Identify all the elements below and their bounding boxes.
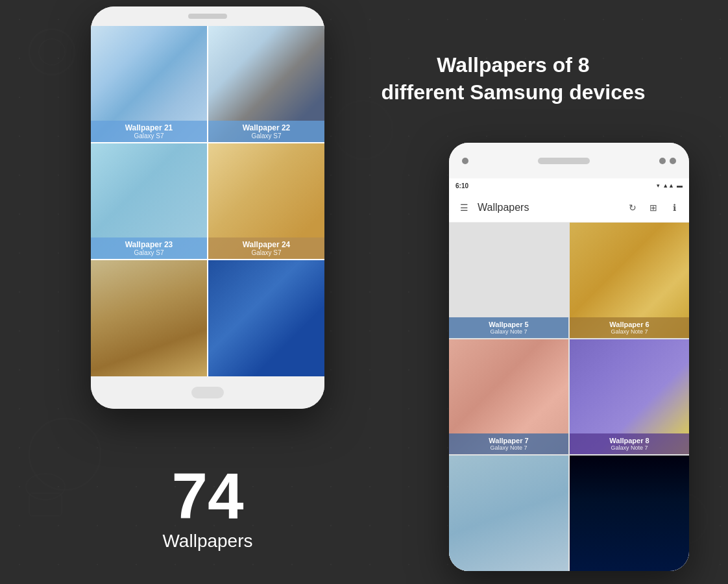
wallpaper-cell-21[interactable]: Wallpaper 21 Galaxy S7 xyxy=(91,26,207,142)
wallpaper-grid: Wallpaper 5 Galaxy Note 7 Wallpaper 6 Ga… xyxy=(449,223,689,571)
toolbar-title: Wallpapers xyxy=(478,202,619,213)
wallpaper-name-22: Wallpaper 22 xyxy=(212,123,321,132)
right-wp-name-8: Wallpaper 8 xyxy=(575,437,684,444)
phone-top-bar xyxy=(91,6,324,26)
right-cell-wp6[interactable]: Wallpaper 6 Galaxy Note 7 xyxy=(570,223,689,338)
right-overlay-5: Wallpaper 5 Galaxy Note 7 xyxy=(449,317,568,338)
wallpaper-device-24: Galaxy S7 xyxy=(212,249,321,256)
cell-overlay-23: Wallpaper 23 Galaxy S7 xyxy=(91,237,207,259)
wallpaper-device-23: Galaxy S7 xyxy=(95,249,203,256)
home-button xyxy=(191,387,224,398)
right-overlay-6: Wallpaper 6 Galaxy Note 7 xyxy=(570,317,689,338)
right-cell-wp9[interactable] xyxy=(449,456,568,571)
signal-icon: ▲▲ xyxy=(662,182,674,189)
right-phone-screen: 6:10 ▾ ▲▲ ▬ ☰ Wallpapers ↻ ⊞ ℹ Wallpaper… xyxy=(449,178,689,571)
stat-label: Wallpapers xyxy=(91,531,324,552)
cell-overlay-22: Wallpaper 22 Galaxy S7 xyxy=(208,121,324,142)
cell-overlay-21: Wallpaper 21 Galaxy S7 xyxy=(91,121,207,142)
wallpaper-device-22: Galaxy S7 xyxy=(212,132,321,140)
status-time: 6:10 xyxy=(455,182,468,189)
right-wp-device-8: Galaxy Note 7 xyxy=(575,444,684,451)
right-overlay-8: Wallpaper 8 Galaxy Note 7 xyxy=(570,433,689,454)
wallpaper-cell-26[interactable] xyxy=(208,260,324,376)
right-cell-wp5[interactable]: Wallpaper 5 Galaxy Note 7 xyxy=(449,223,568,338)
right-wp-device-7: Galaxy Note 7 xyxy=(454,444,563,451)
camera-dots-group xyxy=(659,158,676,164)
grid-icon[interactable]: ⊞ xyxy=(646,201,661,215)
status-bar: 6:10 ▾ ▲▲ ▬ xyxy=(449,178,689,193)
right-wp-name-7: Wallpaper 7 xyxy=(454,437,563,444)
wifi-icon: ▾ xyxy=(657,182,660,189)
wallpaper-cell-25[interactable] xyxy=(91,260,207,376)
right-overlay-7: Wallpaper 7 Galaxy Note 7 xyxy=(449,433,568,454)
wallpaper-device-21: Galaxy S7 xyxy=(95,132,203,140)
right-phone-top-bar xyxy=(449,143,689,178)
cell-overlay-24: Wallpaper 24 Galaxy S7 xyxy=(208,237,324,259)
phone-speaker xyxy=(188,14,227,19)
right-cell-wp8[interactable]: Wallpaper 8 Galaxy Note 7 xyxy=(570,339,689,455)
right-cell-wp7[interactable]: Wallpaper 7 Galaxy Note 7 xyxy=(449,339,568,455)
phone-bottom-bar xyxy=(91,376,324,409)
right-wp-device-5: Galaxy Note 7 xyxy=(454,328,563,335)
right-wp-device-6: Galaxy Note 7 xyxy=(575,328,684,335)
info-icon[interactable]: ℹ xyxy=(667,201,681,215)
headline-section: Wallpapers of 8 different Samsung device… xyxy=(344,52,683,106)
right-cell-wp10[interactable] xyxy=(570,456,689,571)
front-camera xyxy=(462,158,468,164)
wallpaper-name-24: Wallpaper 24 xyxy=(212,240,321,249)
headline-line1: Wallpapers of 8 xyxy=(437,53,589,77)
camera-dot-2 xyxy=(670,158,676,164)
right-wp-name-5: Wallpaper 5 xyxy=(454,321,563,328)
battery-icon: ▬ xyxy=(677,182,683,189)
refresh-icon[interactable]: ↻ xyxy=(625,201,640,215)
right-phone-mockup: 6:10 ▾ ▲▲ ▬ ☰ Wallpapers ↻ ⊞ ℹ Wallpaper… xyxy=(449,143,689,571)
headline-line2: different Samsung devices xyxy=(381,80,645,104)
status-icons: ▾ ▲▲ ▬ xyxy=(657,182,683,189)
wallpaper-name-21: Wallpaper 21 xyxy=(95,123,203,132)
phone-screen-grid: Wallpaper 21 Galaxy S7 Wallpaper 22 Gala… xyxy=(91,26,324,376)
app-toolbar: ☰ Wallpapers ↻ ⊞ ℹ xyxy=(449,193,689,223)
wallpaper-cell-22[interactable]: Wallpaper 22 Galaxy S7 xyxy=(208,26,324,142)
stat-number: 74 xyxy=(91,463,324,528)
camera-dot-1 xyxy=(659,158,666,164)
right-wp-name-6: Wallpaper 6 xyxy=(575,321,684,328)
stat-section: 74 Wallpapers xyxy=(91,463,324,552)
left-phone-mockup: Wallpaper 21 Galaxy S7 Wallpaper 22 Gala… xyxy=(91,6,324,409)
headline-text: Wallpapers of 8 different Samsung device… xyxy=(344,52,683,106)
menu-icon[interactable]: ☰ xyxy=(457,201,471,215)
wallpaper-name-23: Wallpaper 23 xyxy=(95,240,203,249)
wallpaper-cell-23[interactable]: Wallpaper 23 Galaxy S7 xyxy=(91,143,207,260)
wallpaper-cell-24[interactable]: Wallpaper 24 Galaxy S7 xyxy=(208,143,324,260)
phone-earpiece xyxy=(538,158,590,164)
